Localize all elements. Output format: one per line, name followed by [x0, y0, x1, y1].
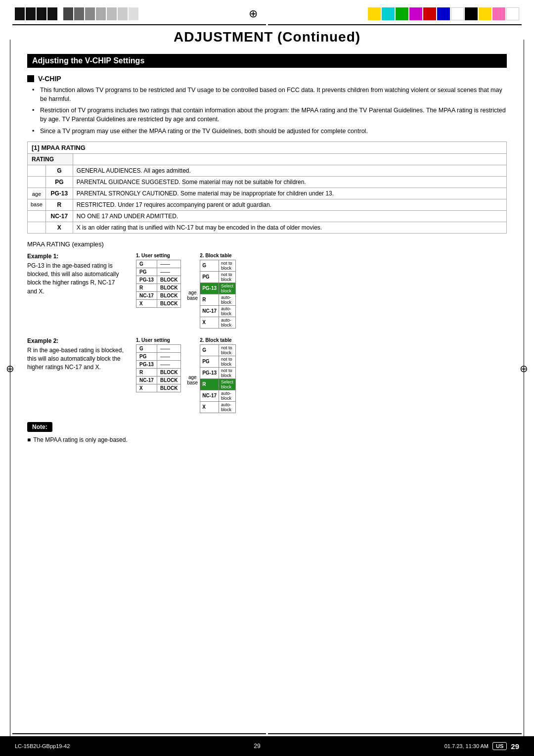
- vchip-bullet-1: This function allows TV programs to be r…: [32, 86, 507, 103]
- us-badge: US: [492, 742, 507, 750]
- cb-yellow2: [479, 7, 491, 20]
- vchip-title: V-CHIP: [38, 75, 61, 83]
- black-bar-3: [37, 7, 46, 20]
- table-row: XBLOCK: [136, 384, 181, 392]
- footer-bar: LC-15B2U-GBpp19-42 29 01.7.23, 11:30 AM …: [0, 736, 534, 756]
- examples-title: MPAA RATING (examples): [27, 240, 507, 248]
- example1-row: Example 1: PG-13 in the age-based rating…: [27, 253, 507, 329]
- black-bar-1: [15, 7, 25, 20]
- cb-yellow: [368, 7, 381, 20]
- example2-block-table: 2. Block table G not toblock PG not tobl…: [200, 337, 236, 413]
- center-crosshair: ⊕: [249, 7, 258, 20]
- block-table-label-1: 2. Block table: [200, 253, 236, 258]
- user-setting-table-1: G—— PG—— PG-13BLOCK RBLOCK NC-17BLOCK XB…: [136, 260, 181, 308]
- black-bar-2: [26, 7, 36, 20]
- mpaa-rating-table: RATING G GENERAL AUDIENCES. All ages adm…: [27, 153, 507, 234]
- vchip-icon: [27, 75, 34, 82]
- footer-right-text: 01.7.23, 11:30 AM: [445, 743, 489, 749]
- table-row: R Selectblock: [200, 378, 236, 390]
- block-table-1: G not toblock PG not toblock PG-13 Selec…: [200, 260, 236, 329]
- block-table-label-2: 2. Block table: [200, 337, 236, 343]
- vchip-header: V-CHIP: [27, 75, 507, 83]
- desc-nc17: NO ONE 17 AND UNDER ADMITTED.: [73, 210, 506, 222]
- note-text-row: ■ The MPAA rating is only age-based.: [27, 436, 507, 443]
- age-base-2: [28, 176, 46, 188]
- table-row: G——: [136, 344, 181, 352]
- gray-bar-5: [107, 7, 117, 20]
- age-base-label-2: age base: [187, 375, 198, 385]
- note-section: Note: ■ The MPAA rating is only age-base…: [27, 422, 507, 443]
- cb-blue: [437, 7, 450, 20]
- table-row: NC-17BLOCK: [136, 291, 181, 299]
- age-base-1: [28, 165, 46, 176]
- example1-text-block: Example 1: PG-13 in the age-based rating…: [27, 253, 126, 329]
- table-row: PG-13——: [136, 360, 181, 368]
- gray-bar-3: [85, 7, 95, 20]
- example1-title: Example 1:: [27, 253, 126, 260]
- age-base-6: [28, 222, 46, 233]
- table-row: PG not toblock: [200, 271, 236, 283]
- table-row: age PG-13 PARENTAL STRONGLY CAUTIONED. S…: [28, 188, 507, 199]
- page-number: 29: [511, 742, 519, 751]
- example2-description: R in the age-based rating is blocked, th…: [27, 346, 126, 372]
- example1-description: PG-13 in the age-based rating is blocked…: [27, 262, 126, 296]
- table-row: PG-13 not toblock: [200, 367, 236, 378]
- footer-left: LC-15B2U-GBpp19-42: [15, 743, 70, 749]
- table-row: X X is an older rating that is unified w…: [28, 222, 507, 233]
- page-title: ADJUSTMENT (Continued): [27, 29, 507, 45]
- age-base-label-1: age base: [187, 290, 198, 301]
- example2-tables: 1. User setting G—— PG—— PG-13—— RBLOCK …: [136, 337, 236, 413]
- cb-black: [465, 7, 478, 20]
- vchip-bullet-3: Since a TV program may use either the MP…: [32, 127, 507, 136]
- table-row: PG-13BLOCK: [136, 276, 181, 284]
- note-bullet: ■: [27, 436, 31, 443]
- left-crosshair: ⊕: [6, 363, 14, 375]
- table-row: X auto-block: [200, 401, 236, 413]
- example1-user-setting: 1. User setting G—— PG—— PG-13BLOCK RBLO…: [136, 253, 181, 308]
- example1-tables: 1. User setting G—— PG—— PG-13BLOCK RBLO…: [136, 253, 236, 329]
- gray-bar-1: [63, 7, 73, 20]
- desc-x: X is an older rating that is unified wit…: [73, 222, 506, 233]
- note-label: Note:: [27, 422, 52, 432]
- example1-block-area: age base 2. Block table G not toblock: [187, 253, 236, 329]
- age-label: age: [28, 188, 46, 199]
- table-row: RBLOCK: [136, 284, 181, 291]
- table-row: PG——: [136, 352, 181, 360]
- table-row: G GENERAL AUDIENCES. All ages admitted.: [28, 165, 507, 176]
- table-row: base R RESTRICTED. Under 17 requires acc…: [28, 199, 507, 210]
- table-row: NC-17 auto-block: [200, 305, 236, 317]
- user-setting-label-2: 1. User setting: [136, 337, 181, 343]
- cb-red: [423, 7, 436, 20]
- table-row: XBLOCK: [136, 299, 181, 307]
- right-crosshair: ⊕: [520, 363, 528, 375]
- gray-bar-4: [96, 7, 106, 20]
- footer-center: 29: [254, 743, 260, 750]
- cb-magenta: [409, 7, 422, 20]
- rating-x: X: [45, 222, 73, 233]
- table-row: NC-17 auto-block: [200, 390, 236, 401]
- mpaa-header: [1] MPAA RATING: [28, 142, 506, 153]
- rating-r: R: [45, 199, 73, 210]
- age-base-5: [28, 210, 46, 222]
- table-row: R auto-block: [200, 294, 236, 305]
- rating-pg: PG: [45, 176, 73, 188]
- color-bars-right: [368, 7, 519, 20]
- cb-cyan: [382, 7, 395, 20]
- desc-g: GENERAL AUDIENCES. All ages admitted.: [73, 165, 506, 176]
- rating-table-header: RATING: [28, 153, 73, 165]
- user-setting-table-2: G—— PG—— PG-13—— RBLOCK NC-17BLOCK XBLOC…: [136, 344, 181, 392]
- example2-block-area: age base 2. Block table G not toblock: [187, 337, 236, 413]
- section-header: Adjusting the V-CHIP Settings: [27, 54, 507, 68]
- note-text: The MPAA rating is only age-based.: [33, 436, 128, 443]
- table-row: G not toblock: [200, 260, 236, 271]
- rating-pg13: PG-13: [45, 188, 73, 199]
- table-row: PG——: [136, 268, 181, 276]
- table-row: PG not toblock: [200, 356, 236, 367]
- example1-block-table: 2. Block table G not toblock PG not tobl…: [200, 253, 236, 329]
- example2-user-setting: 1. User setting G—— PG—— PG-13—— RBLOCK …: [136, 337, 181, 392]
- desc-pg: PARENTAL GUIDANCE SUGGESTED. Some materi…: [73, 176, 506, 188]
- example2-title: Example 2:: [27, 337, 126, 344]
- block-table-2: G not toblock PG not toblock PG-13 not t…: [200, 344, 236, 413]
- cb-pink: [492, 7, 505, 20]
- base-label: base: [28, 199, 46, 210]
